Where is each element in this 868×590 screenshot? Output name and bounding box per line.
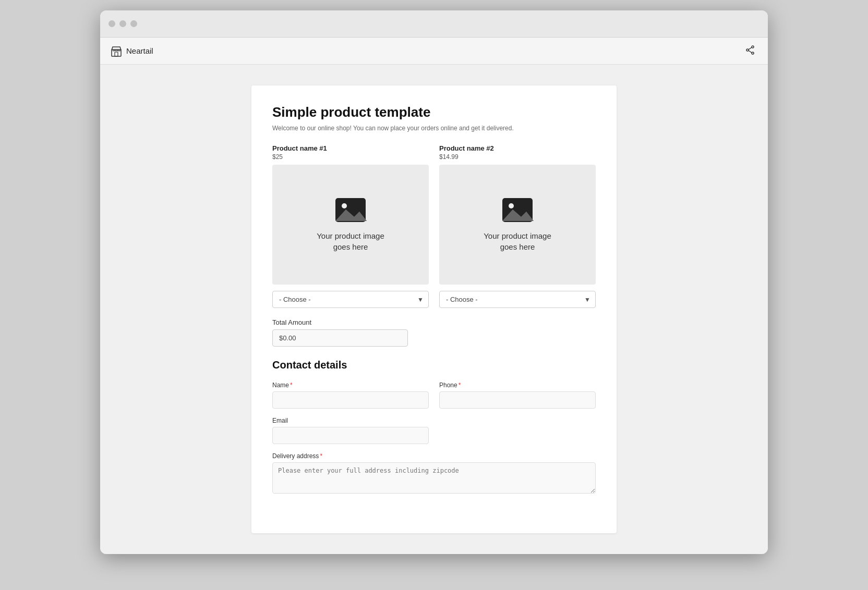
form-row-name-phone: Name* Phone* xyxy=(272,382,596,409)
browser-window: Neartail Simple product template Welcome… xyxy=(100,10,768,554)
share-button[interactable] xyxy=(743,43,757,59)
browser-titlebar xyxy=(100,10,768,38)
svg-point-14 xyxy=(509,203,514,208)
product-1-image-text: Your product image goes here xyxy=(317,230,384,252)
app-toolbar: Neartail xyxy=(100,38,768,65)
form-row-address: Delivery address* xyxy=(272,452,596,494)
product-2-select[interactable]: - Choose - xyxy=(439,291,596,308)
product-2-image-text: Your product image goes here xyxy=(484,230,551,252)
contact-section-title: Contact details xyxy=(272,359,596,371)
brand-name-label: Neartail xyxy=(126,46,153,55)
address-required-star: * xyxy=(320,452,322,460)
product-2-select-wrapper: - Choose - ▼ xyxy=(439,291,596,308)
traffic-light-minimize[interactable] xyxy=(119,20,126,27)
phone-label: Phone* xyxy=(439,382,596,389)
total-label: Total Amount xyxy=(272,318,596,326)
svg-line-5 xyxy=(749,47,752,50)
image-placeholder-icon-2 xyxy=(501,197,534,223)
address-textarea[interactable] xyxy=(272,462,596,494)
form-group-address: Delivery address* xyxy=(272,452,596,494)
svg-point-9 xyxy=(342,203,347,208)
phone-required-star: * xyxy=(459,382,461,389)
page-subtitle: Welcome to our online shop! You can now … xyxy=(272,125,596,132)
form-group-phone: Phone* xyxy=(439,382,596,409)
product-2-price: $14.99 xyxy=(439,153,596,161)
name-required-star: * xyxy=(290,382,293,389)
page-title: Simple product template xyxy=(272,104,596,120)
product-card-2: Product name #2 $14.99 Your product imag… xyxy=(439,144,596,308)
form-row-email: Email xyxy=(272,417,596,444)
address-label: Delivery address* xyxy=(272,452,596,460)
product-2-name: Product name #2 xyxy=(439,144,596,152)
products-grid: Product name #1 $25 Your product image xyxy=(272,144,596,308)
product-1-name: Product name #1 xyxy=(272,144,429,152)
product-1-price: $25 xyxy=(272,153,429,161)
total-section: Total Amount xyxy=(272,318,596,347)
product-card-1: Product name #1 $25 Your product image xyxy=(272,144,429,308)
svg-point-3 xyxy=(752,52,754,54)
product-1-select-wrapper: - Choose - ▼ xyxy=(272,291,429,308)
product-1-select[interactable]: - Choose - xyxy=(272,291,429,308)
email-input[interactable] xyxy=(272,427,429,444)
traffic-light-maximize[interactable] xyxy=(130,20,137,27)
app-brand: Neartail xyxy=(111,45,153,57)
svg-point-4 xyxy=(746,49,749,51)
total-amount-input[interactable] xyxy=(272,329,408,347)
product-2-image: Your product image goes here xyxy=(439,165,596,285)
traffic-lights xyxy=(108,20,137,27)
svg-rect-1 xyxy=(115,52,118,56)
form-group-name: Name* xyxy=(272,382,429,409)
page-card: Simple product template Welcome to our o… xyxy=(251,85,617,533)
name-label: Name* xyxy=(272,382,429,389)
product-1-image: Your product image goes here xyxy=(272,165,429,285)
form-group-email: Email xyxy=(272,417,429,444)
browser-content: Simple product template Welcome to our o… xyxy=(100,65,768,554)
store-icon xyxy=(111,45,122,57)
svg-line-6 xyxy=(749,51,752,53)
image-placeholder-icon-1 xyxy=(334,197,367,223)
email-label: Email xyxy=(272,417,429,424)
name-input[interactable] xyxy=(272,391,429,409)
traffic-light-close[interactable] xyxy=(108,20,115,27)
phone-input[interactable] xyxy=(439,391,596,409)
share-icon xyxy=(745,45,755,55)
svg-point-2 xyxy=(752,46,754,48)
